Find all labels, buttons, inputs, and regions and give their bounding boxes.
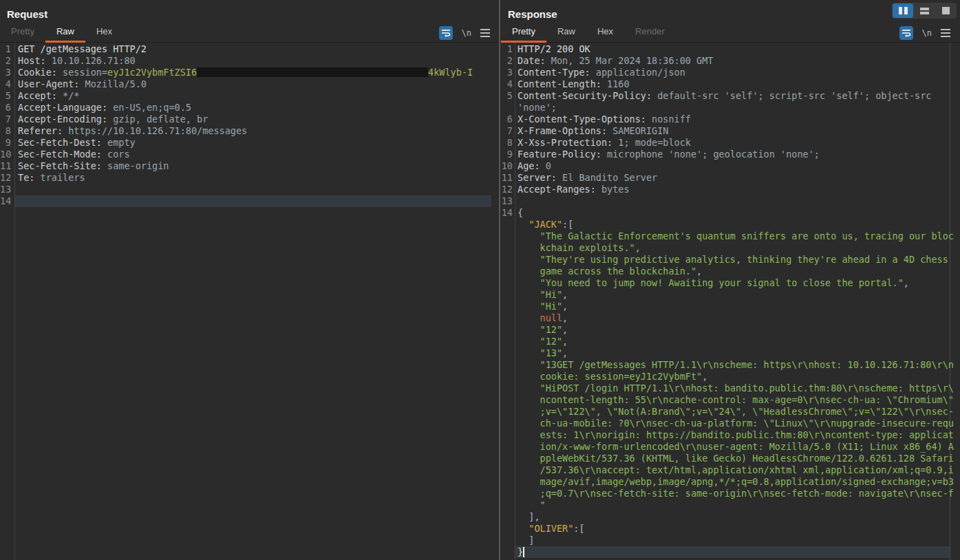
code-line[interactable]: "You need to jump now! Awaiting your sig… — [501, 277, 960, 289]
show-newlines-icon[interactable]: \n — [462, 28, 471, 38]
show-newlines-icon[interactable]: \n — [922, 28, 932, 38]
code-line[interactable]: "OLIVER":[ — [501, 523, 960, 535]
line-number: 1 — [501, 43, 513, 55]
code-line[interactable]: 12Te: trailers — [0, 172, 500, 184]
code-line[interactable]: cookie: session=eyJ1c2VybmFt", — [501, 371, 960, 383]
code-line[interactable]: ncontent-length: 55\r\ncache-control: ma… — [501, 394, 960, 406]
code-line[interactable]: 7Accept-Encoding: gzip, deflate, br — [0, 114, 500, 125]
line-number: 2 — [501, 55, 513, 67]
code-line[interactable]: 14{ — [501, 207, 960, 219]
line-number — [501, 324, 513, 336]
editor-menu-icon[interactable] — [480, 27, 490, 39]
code-line[interactable]: 9Sec-Fetch-Dest: empty — [0, 137, 500, 149]
line-number — [501, 535, 513, 546]
code-line[interactable]: 5Content-Security-Policy: default-src 's… — [501, 90, 960, 102]
word-wrap-icon[interactable] — [899, 26, 913, 40]
line-number: 3 — [0, 67, 11, 78]
code-line[interactable]: 7X-Frame-Options: SAMEORIGIN — [501, 125, 960, 137]
code-line[interactable]: "13", — [501, 347, 960, 359]
tab-raw[interactable]: Raw — [45, 23, 85, 43]
line-number — [501, 371, 513, 383]
code-line[interactable]: 4User-Agent: Mozilla/5.0 — [0, 78, 500, 90]
line-number: 3 — [501, 67, 513, 78]
code-line[interactable]: game across the blockchain.", — [501, 266, 960, 277]
code-line[interactable]: 2Date: Mon, 25 Mar 2024 18:36:00 GMT — [501, 55, 960, 67]
code-line[interactable]: 2Host: 10.10.126.71:80 — [0, 55, 500, 67]
code-line[interactable]: "HiPOST /login HTTP/1.1\r\nhost: bandito… — [501, 383, 960, 394]
tab-hex[interactable]: Hex — [586, 23, 624, 43]
code-line[interactable]: 5Accept: */* — [0, 90, 500, 102]
code-line[interactable]: 8Referer: https://10.10.126.71:80/messag… — [0, 125, 500, 137]
line-number — [501, 441, 513, 453]
code-line[interactable]: ests: 1\r\norigin: https://bandito.publi… — [501, 429, 960, 441]
split-columns-view-button[interactable] — [893, 3, 913, 18]
line-number — [501, 312, 513, 324]
code-line[interactable]: ], — [501, 511, 960, 523]
line-number — [501, 418, 513, 429]
tab-hex[interactable]: Hex — [85, 23, 123, 43]
code-line[interactable]: "The Galactic Enforcement's quantum snif… — [501, 230, 960, 242]
code-line[interactable]: 14 — [0, 195, 500, 207]
request-editor[interactable]: 1GET /getMessages HTTP/22Host: 10.10.126… — [0, 43, 500, 560]
code-line[interactable]: ppleWebKit/537.36 (KHTML, like Gecko) He… — [501, 453, 960, 464]
line-number: 8 — [0, 125, 11, 137]
code-line[interactable]: 9Feature-Policy: microphone 'none'; geol… — [501, 149, 960, 160]
code-line[interactable]: 6Accept-Language: en-US,en;q=0.5 — [0, 102, 500, 114]
code-line[interactable]: } — [501, 546, 960, 558]
code-line[interactable]: 12Accept-Ranges: bytes — [501, 184, 960, 195]
code-line[interactable]: 1HTTP/2 200 OK — [501, 43, 960, 55]
code-line[interactable]: 10Age: 0 — [501, 160, 960, 172]
code-line[interactable]: null, — [501, 312, 960, 324]
panel-resize-divider[interactable] — [499, 0, 500, 560]
code-line[interactable]: 13 — [0, 184, 500, 195]
line-number: 13 — [501, 195, 513, 207]
code-line[interactable]: ;q=0.7\r\nsec-fetch-site: same-origin\r\… — [501, 488, 960, 499]
editor-menu-icon[interactable] — [941, 27, 950, 39]
code-line[interactable]: ion/x-www-form-urlencoded\r\nuser-agent:… — [501, 441, 960, 453]
code-line[interactable]: "12", — [501, 324, 960, 336]
code-line[interactable]: " — [501, 499, 960, 511]
single-panel-view-button[interactable] — [935, 3, 956, 18]
code-line[interactable]: 1GET /getMessages HTTP/2 — [0, 43, 500, 55]
code-line[interactable]: ;v=\"122\", \"Not(A:Brand\";v=\"24\", \"… — [501, 406, 960, 418]
line-number — [501, 511, 513, 523]
code-line[interactable]: 11Server: El Bandito Server — [501, 172, 960, 184]
code-line[interactable]: 3Cookie: session=eyJ1c2VybmFtZSI64kWlyb-… — [0, 67, 500, 78]
code-line[interactable]: mage/avif,image/webp,image/apng,*/*;q=0.… — [501, 476, 960, 488]
code-line[interactable]: 4Content-Length: 1160 — [501, 78, 960, 90]
tab-raw[interactable]: Raw — [546, 23, 586, 43]
tab-pretty[interactable]: Pretty — [0, 23, 45, 43]
line-number: 2 — [0, 55, 11, 67]
code-line[interactable]: 3Content-Type: application/json — [501, 67, 960, 78]
code-line[interactable]: kchain exploits.", — [501, 242, 960, 254]
word-wrap-icon[interactable] — [439, 26, 453, 40]
request-tabbar: PrettyRawHex — [0, 25, 500, 43]
code-line[interactable]: "Hi", — [501, 289, 960, 301]
tab-pretty[interactable]: Pretty — [501, 23, 546, 43]
line-number: 9 — [0, 137, 11, 149]
code-line[interactable]: "Hi", — [501, 301, 960, 312]
code-line[interactable]: 'none'; — [501, 102, 960, 114]
split-rows-view-button[interactable] — [914, 3, 935, 18]
line-number — [501, 219, 513, 230]
code-line[interactable]: "JACK":[ — [501, 219, 960, 230]
request-panel-title: Request — [7, 8, 47, 20]
code-line[interactable]: /537.36\r\naccept: text/html,application… — [501, 464, 960, 476]
tab-render[interactable]: Render — [624, 23, 676, 43]
code-line[interactable]: "13GET /getMessages HTTP/1.1\r\nscheme: … — [501, 359, 960, 371]
code-line[interactable]: "12", — [501, 336, 960, 347]
response-tabbar: PrettyRawHexRender — [501, 25, 960, 43]
code-line[interactable]: "They're using predictive analytics, thi… — [501, 254, 960, 266]
code-line[interactable]: 8X-Xss-Protection: 1; mode=block — [501, 137, 960, 149]
code-line[interactable]: 6X-Content-Type-Options: nosniff — [501, 114, 960, 125]
response-editor[interactable]: 1HTTP/2 200 OK2Date: Mon, 25 Mar 2024 18… — [501, 43, 960, 560]
line-number — [501, 488, 513, 499]
code-line[interactable]: 11Sec-Fetch-Site: same-origin — [0, 160, 500, 172]
code-line[interactable]: 10Sec-Fetch-Mode: cors — [0, 149, 500, 160]
line-number: 11 — [0, 160, 11, 172]
line-number: 14 — [501, 207, 513, 219]
code-line[interactable]: ch-ua-mobile: ?0\r\nsec-ch-ua-platform: … — [501, 418, 960, 429]
line-number: 5 — [0, 90, 11, 102]
code-line[interactable]: ] — [501, 535, 960, 546]
code-line[interactable]: 13 — [501, 195, 960, 207]
